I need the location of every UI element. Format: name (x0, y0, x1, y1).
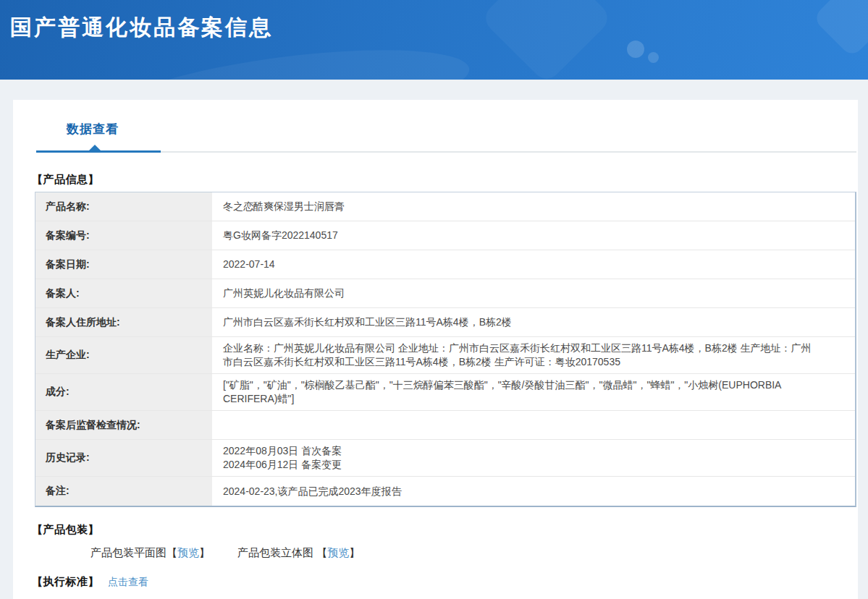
table-row: 备案人住所地址:广州市白云区嘉禾街长红村双和工业区三路11号A栋4楼，B栋2楼 (35, 308, 855, 337)
row-value-line: ["矿脂"，"矿油"，"棕榈酸乙基己酯"，"十三烷醇偏苯三酸酯"，"辛酸/癸酸甘… (223, 378, 819, 406)
page-header: 国产普通化妆品备案信息 (0, 0, 868, 80)
packaging-links-row: 产品包装平面图【预览】 产品包装立体图 【预览】 (90, 546, 856, 560)
tab-active-indicator (36, 150, 161, 153)
row-value: 粤G妆网备字2022140517 (212, 221, 855, 250)
preview-flat-link[interactable]: 预览 (177, 546, 199, 558)
view-standards-link[interactable]: 点击查看 (108, 576, 148, 589)
table-row: 备案编号:粤G妆网备字2022140517 (35, 221, 855, 250)
row-label: 备案日期: (35, 250, 212, 279)
standards-row: 【执行标准】 点击查看 (35, 575, 856, 589)
tab-underline (36, 147, 856, 153)
table-row: 备注:2024-02-23,该产品已完成2023年度报告 (35, 477, 855, 506)
tab-bar: 数据查看 (35, 100, 856, 137)
bracket-open: 【 (316, 546, 327, 558)
bracket-close: 】 (349, 546, 360, 558)
decor-diamond-shape (812, 0, 868, 58)
row-label: 备注: (35, 477, 212, 506)
row-value: 2024-02-23,该产品已完成2023年度报告 (212, 477, 855, 506)
row-value (212, 411, 855, 439)
preview-3d-link[interactable]: 预览 (327, 546, 349, 558)
packaging-item-3d: 产品包装立体图 【预览】 (237, 546, 360, 560)
caret-up-icon (89, 145, 101, 150)
table-row: 成分:["矿脂"，"矿油"，"棕榈酸乙基己酯"，"十三烷醇偏苯三酸酯"，"辛酸/… (35, 374, 855, 411)
row-value-line: 企业名称：广州英妮儿化妆品有限公司 企业地址：广州市白云区嘉禾街长红村双和工业区… (223, 341, 819, 369)
section-title-product-info: 【产品信息】 (32, 173, 856, 187)
row-value-line: 广州市白云区嘉禾街长红村双和工业区三路11号A栋4楼，B栋2楼 (223, 315, 819, 329)
product-info-table: 产品名称:冬之恋酷爽保湿男士润唇膏备案编号:粤G妆网备字2022140517备案… (35, 192, 856, 507)
row-label: 成分: (35, 374, 212, 410)
row-value-line: 2024年06月12日 备案变更 (223, 458, 819, 472)
packaging-3d-label: 产品包装立体图 (237, 546, 316, 558)
row-label: 备案人住所地址: (35, 308, 212, 336)
content-card: 数据查看 【产品信息】 产品名称:冬之恋酷爽保湿男士润唇膏备案编号:粤G妆网备字… (13, 100, 858, 599)
table-row: 备案日期:2022-07-14 (35, 250, 855, 279)
row-value-line: 2022年08月03日 首次备案 (223, 444, 819, 458)
page-title: 国产普通化妆品备案信息 (10, 13, 273, 43)
packaging-flat-label: 产品包装平面图 (90, 546, 167, 558)
row-value-line: 粤G妆网备字2022140517 (223, 229, 819, 242)
packaging-item-flat: 产品包装平面图【预览】 (90, 546, 210, 560)
row-value: 广州市白云区嘉禾街长红村双和工业区三路11号A栋4楼，B栋2楼 (212, 308, 855, 336)
table-row: 历史记录:2022年08月03日 首次备案2024年06月12日 备案变更 (35, 440, 855, 477)
row-value-line: 广州英妮儿化妆品有限公司 (223, 286, 819, 300)
bracket-open: 【 (167, 546, 177, 558)
section-title-standards: 【执行标准】 (32, 575, 99, 589)
table-row: 备案人:广州英妮儿化妆品有限公司 (35, 279, 855, 308)
row-value-line: 2022-07-14 (223, 258, 819, 271)
decor-dot-icon (648, 52, 659, 63)
row-value: 2022年08月03日 首次备案2024年06月12日 备案变更 (212, 440, 855, 476)
table-row: 产品名称:冬之恋酷爽保湿男士润唇膏 (35, 192, 855, 221)
table-row: 生产企业:企业名称：广州英妮儿化妆品有限公司 企业地址：广州市白云区嘉禾街长红村… (35, 337, 855, 374)
bracket-close: 】 (199, 546, 210, 558)
row-label: 产品名称: (35, 192, 212, 221)
decor-dot-icon (627, 41, 644, 58)
section-title-packaging: 【产品包装】 (32, 523, 856, 537)
row-value: ["矿脂"，"矿油"，"棕榈酸乙基己酯"，"十三烷醇偏苯三酸酯"，"辛酸/癸酸甘… (212, 374, 855, 410)
row-value-line: 冬之恋酷爽保湿男士润唇膏 (223, 200, 819, 213)
tab-divider-line (161, 151, 856, 153)
row-value-line: 2024-02-23,该产品已完成2023年度报告 (223, 485, 819, 498)
row-label: 备案编号: (35, 221, 212, 250)
table-row: 备案后监督检查情况: (35, 411, 855, 440)
row-label: 备案后监督检查情况: (35, 411, 212, 439)
row-value: 2022-07-14 (212, 250, 855, 279)
decor-diamond-shape (480, 0, 613, 80)
row-label: 历史记录: (35, 440, 212, 476)
row-label: 备案人: (35, 279, 212, 307)
row-label: 生产企业: (35, 337, 212, 373)
row-value: 冬之恋酷爽保湿男士润唇膏 (212, 192, 855, 221)
tab-data-view[interactable]: 数据查看 (67, 121, 119, 137)
row-value: 广州英妮儿化妆品有限公司 (212, 279, 855, 307)
row-value: 企业名称：广州英妮儿化妆品有限公司 企业地址：广州市白云区嘉禾街长红村双和工业区… (212, 337, 855, 373)
